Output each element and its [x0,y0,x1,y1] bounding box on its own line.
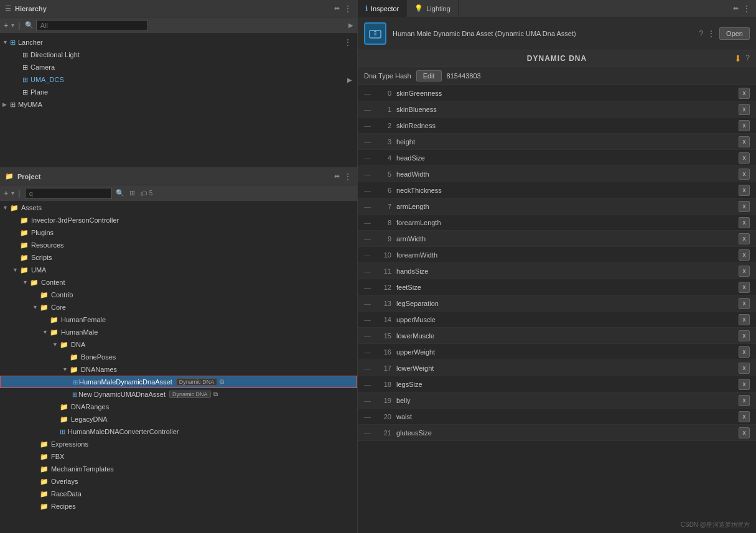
dna-remove-20[interactable]: x [739,411,750,422]
asset-dots-icon[interactable]: ⋮ [707,29,716,39]
dna-remove-21[interactable]: x [739,427,750,438]
dna-remove-7[interactable]: x [739,201,750,212]
hierarchy-toolbar: + ▾ | 🔍 ▶ [0,17,357,34]
project-item-assets[interactable]: ▼ 📁 Assets [0,202,357,214]
lancher-dots[interactable]: ⋮ [343,37,352,47]
project-item-resources[interactable]: ▶ 📁 Resources [0,239,357,251]
project-item-new-dna-asset[interactable]: ⊞ New DynamicUMADnaAsset Dynamic DNA ⧉ [0,388,357,401]
dna-remove-11[interactable]: x [739,266,750,277]
project-item-plugins[interactable]: ▶ 📁 Plugins [0,226,357,239]
dna-name-8: forearmLength [396,219,739,226]
project-item-expressions[interactable]: ▶ 📁 Expressions [0,438,357,450]
hierarchy-add-button[interactable]: + [4,21,9,30]
project-item-uma[interactable]: ▼ 📁 UMA [0,264,357,276]
dna-remove-10[interactable]: x [739,249,750,261]
hierarchy-item-myuma[interactable]: ▶ ⊞ MyUMA [0,98,357,111]
dna-name-5: headWidth [396,170,739,178]
dna-type-hash-label: Dna Type Hash [364,72,411,80]
hierarchy-dots-icon[interactable]: ⋮ [343,4,352,14]
asset-title: Human Male Dynamic Dna Asset (Dynamic UM… [393,30,699,37]
dna-remove-5[interactable]: x [739,169,750,180]
hierarchy-item-directional-light[interactable]: ▶ ⊞ Directional Light [0,49,357,61]
dna-remove-9[interactable]: x [739,233,750,244]
hierarchy-dropdown-icon[interactable]: ▾ [11,22,14,29]
dna-remove-6[interactable]: x [739,185,750,196]
dna-remove-4[interactable]: x [739,152,750,164]
edit-button[interactable]: Edit [416,70,442,81]
project-item-dna[interactable]: ▼ 📁 DNA [0,338,357,351]
project-item-core[interactable]: ▼ 📁 Core [0,301,357,313]
hierarchy-item-uma-dcs[interactable]: ▶ ⊞ UMA_DCS ▶ [0,73,357,86]
uma-dcs-arrow: ▶ [15,76,22,83]
inspector-dots-icon[interactable]: ⋮ [742,4,751,14]
dna-equals-20: — [364,413,371,420]
dna-remove-3[interactable]: x [739,136,750,147]
project-item-humanmale-dna-asset[interactable]: ⊞ HumanMaleDynamicDnaAsset Dynamic DNA ⧉ [0,376,357,388]
hierarchy-item-camera[interactable]: ▶ ⊞ Camera [0,61,357,73]
dna-row-17: — 17 lowerWeight x [358,360,756,376]
dna-equals-21: — [364,429,371,437]
dna-remove-15[interactable]: x [739,330,750,341]
hierarchy-search-input[interactable] [36,20,148,31]
dna-remove-19[interactable]: x [739,395,750,406]
project-item-racedata[interactable]: ▶ 📁 RaceData [0,488,357,500]
tab-inspector[interactable]: ℹ Inspector [358,0,407,17]
resources-label: Resources [31,241,64,249]
dna-remove-2[interactable]: x [739,120,750,131]
project-add-button[interactable]: + [4,188,9,198]
dna-remove-13[interactable]: x [739,298,750,309]
project-item-humanmale[interactable]: ▼ 📁 HumanMale [0,326,357,338]
dna-name-10: forearmWidth [396,251,739,259]
project-item-legacydna[interactable]: ▶ 📁 LegacyDNA [0,413,357,425]
project-pin-icon[interactable]: ⬌ [334,172,340,180]
project-item-content[interactable]: ▼ 📁 Content [0,276,357,289]
project-item-boneposes[interactable]: ▶ 📁 BonePoses [0,351,357,363]
hierarchy-item-lancher[interactable]: ▼ ⊞ Lancher ⋮ [0,36,357,49]
dna-remove-18[interactable]: x [739,379,750,390]
scripts-icon: 📁 [20,254,29,262]
project-item-contrib[interactable]: ▶ 📁 Contrib [0,289,357,301]
dna-equals-0: — [364,90,371,97]
dna-remove-8[interactable]: x [739,217,750,228]
project-dots-icon[interactable]: ⋮ [343,172,352,182]
project-dropdown-icon[interactable]: ▾ [11,190,14,197]
dna-remove-16[interactable]: x [739,346,750,358]
inspector-pin-icon[interactable]: ⬌ [733,4,739,12]
project-item-dnaranges[interactable]: ▶ 📁 DNARanges [0,401,357,413]
project-item-humanfemale[interactable]: ▶ 📁 HumanFemale [0,313,357,326]
tab-lighting[interactable]: 💡 Lighting [407,0,459,17]
project-item-fbx[interactable]: ▶ 📁 FBX [0,450,357,463]
project-item-dnanames[interactable]: ▼ 📁 DNANames [0,363,357,376]
myuma-label: MyUMA [18,101,42,108]
dna-name-13: legSeparation [396,300,739,307]
dna-remove-1[interactable]: x [739,104,750,115]
project-search-input[interactable] [25,188,112,199]
humanmale-label: HumanMale [61,328,98,336]
open-button[interactable]: Open [719,27,750,40]
dna-remove-0[interactable]: x [739,88,750,99]
dna-index-18: 18 [374,381,391,388]
asset-help-icon[interactable]: ? [699,29,703,38]
hierarchy-expand-icon[interactable]: ▶ [348,22,353,29]
dna-remove-12[interactable]: x [739,282,750,293]
project-layout-icon[interactable]: ⊞ [129,189,135,197]
project-tag-icon[interactable]: 🏷 [140,190,147,197]
project-item-recipes[interactable]: ▶ 📁 Recipes [0,500,357,512]
dna-index-6: 6 [374,187,391,194]
dna-remove-17[interactable]: x [739,363,750,374]
dna-name-20: waist [396,413,739,420]
hierarchy-pin-icon[interactable]: ⬌ [334,4,340,12]
hierarchy-item-plane[interactable]: ▶ ⊞ Plane [0,86,357,98]
dna-remove-14[interactable]: x [739,314,750,325]
project-item-invector[interactable]: ▶ 📁 Invector-3rdPersonController [0,214,357,226]
download-icon[interactable]: ⬇ [734,53,742,63]
project-item-overlays[interactable]: ▶ 📁 Overlays [0,475,357,488]
project-item-scripts[interactable]: ▶ 📁 Scripts [0,251,357,264]
dynamic-dna-help-icon[interactable]: ? [745,53,750,63]
inspector-tab-icon: ℹ [365,4,368,12]
dna-name-12: feetSize [396,284,739,291]
project-title: Project [17,173,40,180]
humanfemale-label: HumanFemale [61,316,106,323]
project-item-mechanim[interactable]: ▶ 📁 MechanimTemplates [0,463,357,475]
project-item-humanmale-converter[interactable]: ▶ ⊞ HumanMaleDNAConverterController [0,425,357,438]
